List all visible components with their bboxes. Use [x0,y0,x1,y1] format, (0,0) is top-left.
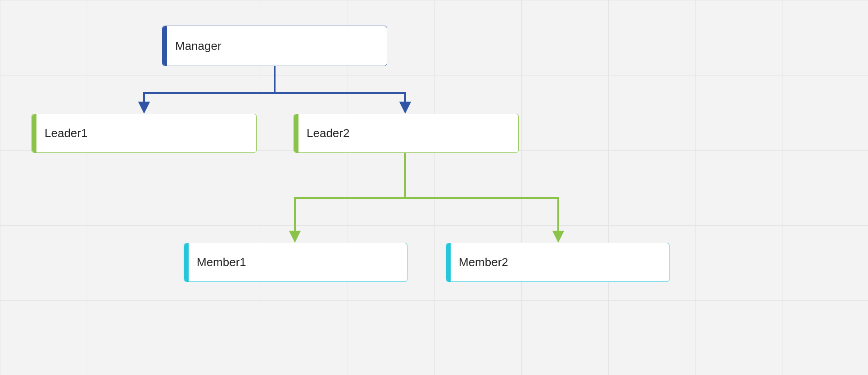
node-member1[interactable]: Member1 [184,243,407,282]
node-member2[interactable]: Member2 [446,243,669,282]
node-accent [446,243,451,281]
node-manager[interactable]: Manager [162,26,387,66]
node-label: Member1 [197,255,246,269]
node-accent [184,243,189,281]
diagram-canvas[interactable]: Manager Leader1 Leader2 Member1 Member2 [0,0,868,375]
node-accent [32,114,36,152]
node-accent [294,114,298,152]
node-label: Leader1 [45,126,87,140]
node-accent [163,26,167,66]
node-label: Leader2 [307,126,349,140]
node-leader2[interactable]: Leader2 [294,114,519,153]
grid-background [0,0,868,375]
node-label: Manager [175,39,222,53]
node-label: Member2 [459,255,508,269]
node-leader1[interactable]: Leader1 [32,114,257,153]
